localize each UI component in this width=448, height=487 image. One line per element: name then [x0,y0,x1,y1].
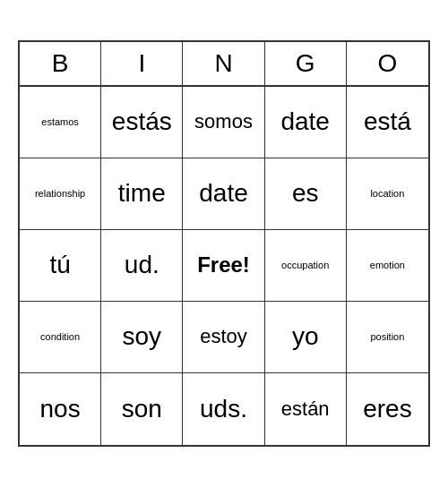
bingo-cell: emotion [347,230,428,302]
cell-text: soy [123,323,162,351]
header-letter: G [265,42,347,85]
bingo-cell: somos [183,87,264,158]
header-letter: N [183,42,264,85]
cell-text: uds. [200,396,247,423]
bingo-cell: relationship [20,158,101,230]
cell-text: yo [292,323,319,351]
cell-text: somos [194,111,253,132]
cell-text: occupation [281,260,329,270]
cell-text: estás [112,108,172,136]
cell-text: relationship [35,188,85,199]
bingo-cell: eres [347,373,428,445]
cell-text: ud. [125,252,159,279]
cell-text: son [122,396,162,423]
bingo-header: BINGO [20,42,428,87]
bingo-cell: estás [101,87,183,158]
header-letter: O [347,42,428,85]
cell-text: condition [40,331,80,342]
bingo-cell: estamos [20,87,101,158]
bingo-cell: estoy [183,302,264,373]
cell-text: estoy [200,326,247,347]
bingo-cell: está [347,87,428,158]
cell-text: estamos [41,116,79,127]
cell-text: es [292,180,319,208]
bingo-cell: son [101,373,183,445]
cell-text: emotion [370,260,405,270]
header-letter: I [101,42,183,85]
bingo-cell: yo [265,302,347,373]
bingo-cell: occupation [265,230,347,302]
bingo-cell: location [347,158,428,230]
bingo-cell: soy [101,302,183,373]
bingo-cell: es [265,158,347,230]
bingo-cell: Free! [183,230,264,302]
cell-text: location [370,188,404,199]
bingo-cell: ud. [101,230,183,302]
cell-text: nos [40,396,81,423]
bingo-cell: uds. [183,373,264,445]
cell-text: tú [49,252,70,279]
bingo-cell: están [265,373,347,445]
bingo-cell: date [183,158,264,230]
cell-text: Free! [197,253,250,277]
cell-text: están [281,398,330,420]
bingo-grid: estamosestássomosdateestárelationshiptim… [20,87,428,445]
cell-text: time [118,180,166,208]
cell-text: position [370,331,404,342]
cell-text: está [364,108,411,136]
bingo-cell: position [347,302,428,373]
bingo-card: BINGO estamosestássomosdateestárelations… [18,40,430,447]
bingo-cell: tú [20,230,101,302]
bingo-cell: date [265,87,347,158]
cell-text: eres [363,396,411,423]
bingo-cell: condition [20,302,101,373]
header-letter: B [20,42,101,85]
cell-text: date [199,180,248,208]
cell-text: date [280,108,330,136]
bingo-cell: nos [20,373,101,445]
bingo-cell: time [101,158,183,230]
